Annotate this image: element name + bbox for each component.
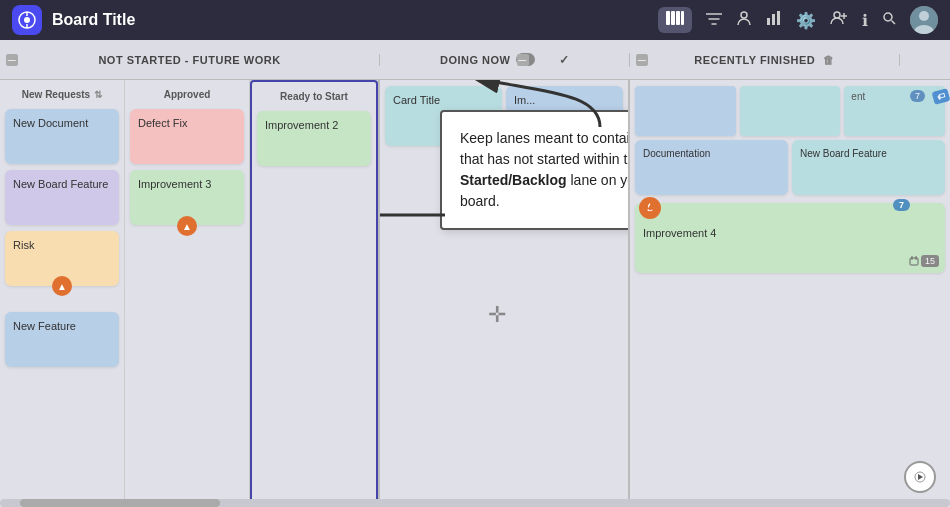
board-view-icon[interactable] (658, 7, 692, 33)
svg-rect-9 (767, 18, 770, 25)
finished-label: RECENTLY FINISHED (694, 54, 815, 66)
card-defect-fix[interactable]: Defect Fix (130, 109, 244, 164)
svg-marker-26 (918, 474, 923, 480)
topnav-icons: ⚙️ ℹ (658, 6, 938, 34)
imp4-icon (639, 197, 661, 219)
imp4-cal-badge: 15 (921, 255, 939, 267)
sub-col-ready-to-start: Ready to Start Improvement 2 (250, 80, 378, 507)
card-new-feature[interactable]: New Feature (5, 312, 119, 367)
svg-point-18 (919, 11, 929, 21)
svg-rect-6 (676, 11, 680, 25)
card-new-document[interactable]: New Document (5, 109, 119, 164)
svg-point-15 (884, 13, 892, 21)
sort-icon[interactable]: ⇅ (94, 89, 102, 100)
check-icon: ✓ (559, 53, 570, 67)
cal-num-badge: 7 (910, 90, 925, 102)
svg-rect-11 (777, 11, 780, 25)
finished-card-2[interactable] (740, 86, 841, 136)
filter-icon[interactable] (706, 11, 722, 29)
sub-col-header-new-requests: New Requests ⇅ (5, 86, 119, 103)
svg-rect-4 (666, 11, 670, 25)
collapse-finished[interactable]: — (636, 54, 648, 66)
not-started-section: New Requests ⇅ New Document New Board Fe… (0, 80, 380, 507)
tag-icon: 🏷 (932, 88, 950, 105)
scrollbar[interactable] (0, 499, 950, 507)
sub-col-header-ready-to-start: Ready to Start (257, 88, 371, 105)
callout-box: Keep lanes meant to contain work that ha… (440, 110, 630, 230)
add-user-icon[interactable] (830, 11, 848, 29)
imp4-label: Improvement 4 (643, 211, 937, 239)
finished-card-3[interactable]: ent 🏷 7 (844, 86, 945, 136)
svg-line-16 (892, 21, 896, 25)
card-improvement-4[interactable]: 7 Improvement 4 15 (635, 203, 945, 273)
imp4-cal-area: 15 (909, 255, 939, 267)
svg-rect-7 (681, 11, 684, 25)
chart-icon[interactable] (766, 10, 782, 30)
svg-rect-5 (671, 11, 675, 25)
columns-body: New Requests ⇅ New Document New Board Fe… (0, 80, 950, 507)
col-header-not-started: — NOT STARTED - FUTURE WORK (0, 54, 380, 66)
info-icon[interactable]: ℹ (862, 11, 868, 30)
collapse-doing[interactable]: — (517, 54, 529, 66)
search-icon[interactable] (882, 11, 896, 29)
app-logo[interactable] (12, 5, 42, 35)
person-filter-icon[interactable] (736, 10, 752, 30)
doing-label: DOING NOW (440, 54, 511, 66)
collapse-not-started[interactable]: — (6, 54, 18, 66)
svg-point-1 (24, 17, 30, 23)
sub-col-new-requests: New Requests ⇅ New Document New Board Fe… (0, 80, 125, 507)
imp3-up-badge: ▲ (177, 216, 197, 236)
crosshair-icon: ✛ (488, 302, 506, 328)
improvement4-area: 7 Improvement 4 15 (635, 203, 945, 273)
svg-point-8 (741, 12, 747, 18)
user-avatar[interactable] (910, 6, 938, 34)
svg-rect-22 (910, 258, 918, 265)
finished-top-row: ent 🏷 7 (635, 86, 945, 136)
column-headers: — NOT STARTED - FUTURE WORK DOING NOW 3 … (0, 40, 950, 80)
svg-rect-10 (772, 14, 775, 25)
col-header-doing: DOING NOW 3 — ✓ (380, 53, 630, 67)
card-finished-board-feature[interactable]: New Board Feature (792, 140, 945, 195)
board-title: Board Title (52, 11, 648, 29)
trash-icon[interactable]: 🗑 (823, 54, 835, 66)
scrollbar-thumb[interactable] (20, 499, 220, 507)
card-new-board-feature[interactable]: New Board Feature (5, 170, 119, 225)
finished-section: ent 🏷 7 Documentation New Board Feature (630, 80, 950, 507)
board-area: — NOT STARTED - FUTURE WORK DOING NOW 3 … (0, 40, 950, 507)
card-improvement-2[interactable]: Improvement 2 (257, 111, 371, 166)
card-documentation[interactable]: Documentation (635, 140, 788, 195)
topnav: Board Title (0, 0, 950, 40)
finished-card-1[interactable] (635, 86, 736, 136)
card-improvement-3[interactable]: Improvement 3 ▲ (130, 170, 244, 225)
svg-point-12 (834, 12, 840, 18)
col-header-finished: — RECENTLY FINISHED 🗑 (630, 54, 900, 66)
risk-up-badge: ▲ (52, 276, 72, 296)
settings-icon[interactable]: ⚙️ (796, 11, 816, 30)
forward-button[interactable] (904, 461, 936, 493)
sub-col-approved: Approved Defect Fix Improvement 3 ▲ (125, 80, 250, 507)
card-risk[interactable]: Risk ▲ (5, 231, 119, 286)
imp4-num-badge: 7 (893, 199, 910, 211)
sub-col-header-approved: Approved (130, 86, 244, 103)
doing-section: Card Title Im... ✛ Keep lanes meant to c… (380, 80, 630, 507)
not-started-label: NOT STARTED - FUTURE WORK (98, 54, 280, 66)
finished-mid-row: Documentation New Board Feature (635, 140, 945, 195)
